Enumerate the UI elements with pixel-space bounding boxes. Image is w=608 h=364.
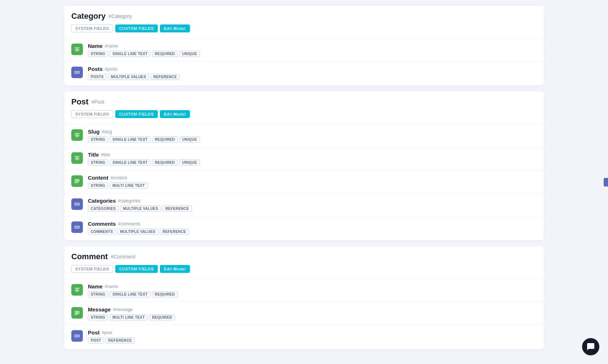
field-tag-1-3-1: MULTIPLE VALUES — [120, 206, 161, 212]
field-name-1-1: Title — [88, 152, 99, 158]
field-row-2-2: Post#postPOSTREFERENCE — [64, 325, 544, 348]
field-tag-2-1-1: MULTI LINE TEXT — [109, 314, 148, 320]
model-hash-0: #Category — [108, 13, 132, 19]
tab-custom-fields-2[interactable]: CUSTOM FIELDS — [115, 265, 158, 273]
tab-system-fields-2[interactable]: SYSTEM FIELDS — [71, 265, 113, 273]
field-tag-0-1-1: MULTIPLE VALUES — [108, 74, 149, 80]
field-name-1-2: Content — [88, 175, 108, 181]
field-tag-1-0-3: UNIQUE — [179, 136, 200, 143]
model-name-2: Comment — [71, 252, 108, 261]
field-row-2-1: Message#messageSTRINGMULTI LINE TEXTREQU… — [64, 302, 544, 325]
field-name-1-3: Categories — [88, 198, 116, 204]
field-tag-2-0-1: SINGLE LINE TEXT — [109, 291, 151, 297]
model-hash-1: #Post — [91, 99, 104, 105]
field-row-0-0: Name#nameSTRINGSINGLE LINE TEXTREQUIREDU… — [64, 38, 544, 61]
field-hash-2-2: #post — [102, 330, 112, 335]
field-hash-1-0: #slug — [102, 129, 112, 134]
field-tag-2-2-0: POST — [88, 337, 104, 343]
chat-bubble[interactable] — [582, 338, 599, 355]
field-tag-1-0-0: STRING — [88, 136, 108, 143]
field-tag-1-2-1: MULTI LINE TEXT — [109, 183, 148, 189]
tab-system-fields-0[interactable]: SYSTEM FIELDS — [71, 24, 113, 32]
field-tag-1-1-0: STRING — [88, 159, 108, 166]
field-icon-link — [71, 67, 83, 78]
field-name-0-0: Name — [88, 43, 103, 49]
field-icon-text — [71, 44, 83, 55]
model-card-post: Post#PostSYSTEM FIELDSCUSTOM FIELDSEdit … — [64, 91, 544, 241]
tab-edit-model-1[interactable]: Edit Model — [160, 110, 190, 118]
field-tag-2-2-1: REFERENCE — [106, 337, 135, 343]
tab-custom-fields-1[interactable]: CUSTOM FIELDS — [115, 110, 158, 118]
field-icon-multitext — [71, 175, 83, 187]
field-hash-1-3: #categories — [118, 198, 140, 203]
field-icon-link — [71, 221, 83, 233]
model-card-category: Category#CategorySYSTEM FIELDSCUSTOM FIE… — [64, 6, 544, 86]
field-name-0-1: Posts — [88, 66, 103, 72]
field-tag-1-0-1: SINGLE LINE TEXT — [109, 136, 151, 143]
field-icon-text — [71, 152, 83, 164]
model-hash-2: #Comment — [111, 254, 135, 260]
field-tag-0-0-3: UNIQUE — [179, 51, 200, 57]
field-tag-1-4-2: REFERENCE — [160, 229, 189, 235]
model-name-0: Category — [71, 12, 106, 21]
field-tag-1-2-0: STRING — [88, 183, 108, 189]
field-hash-1-1: #title — [101, 152, 110, 157]
tab-edit-model-0[interactable]: Edit Model — [160, 24, 190, 32]
field-hash-2-0: #name — [105, 284, 118, 289]
main-content: Category#CategorySYSTEM FIELDSCUSTOM FIE… — [55, 0, 553, 361]
tab-system-fields-1[interactable]: SYSTEM FIELDS — [71, 110, 113, 118]
field-tag-1-4-0: COMMENTS — [88, 229, 116, 235]
field-row-0-1: Posts#postsPOSTSMULTIPLE VALUESREFERENCE — [64, 61, 544, 84]
field-tag-0-0-1: SINGLE LINE TEXT — [109, 51, 151, 57]
field-tag-2-0-0: STRING — [88, 291, 108, 297]
field-name-2-2: Post — [88, 329, 100, 336]
field-tag-1-0-2: REQUIRED — [152, 136, 178, 143]
field-icon-text — [71, 129, 83, 141]
field-tag-1-3-0: CATEGORIES — [88, 206, 119, 212]
field-tag-1-3-2: REFERENCE — [162, 206, 192, 212]
field-tag-0-0-0: STRING — [88, 51, 108, 57]
field-name-1-4: Comments — [88, 221, 116, 227]
field-name-1-0: Slug — [88, 129, 100, 135]
field-icon-text — [71, 284, 83, 296]
field-hash-2-1: #message — [113, 307, 133, 312]
fields-side-tab[interactable] — [604, 178, 608, 187]
field-icon-link — [71, 330, 83, 342]
field-row-1-3: Categories#categoriesCATEGORIESMULTIPLE … — [64, 193, 544, 216]
field-row-2-0: Name#nameSTRINGSINGLE LINE TEXTREQUIRED — [64, 279, 544, 302]
model-name-1: Post — [71, 97, 89, 107]
field-tag-2-1-0: STRING — [88, 314, 108, 320]
field-name-2-0: Name — [88, 283, 103, 289]
field-tag-2-0-2: REQUIRED — [152, 291, 178, 297]
field-tag-1-4-1: MULTIPLE VALUES — [117, 229, 158, 235]
field-tag-1-1-1: SINGLE LINE TEXT — [109, 159, 151, 166]
field-icon-link — [71, 198, 83, 210]
tab-edit-model-2[interactable]: Edit Model — [160, 265, 190, 273]
field-tag-2-1-2: REQUIRED — [149, 314, 175, 320]
field-icon-multitext — [71, 307, 83, 319]
field-hash-0-0: #name — [105, 44, 118, 49]
field-row-1-0: Slug#slugSTRINGSINGLE LINE TEXTREQUIREDU… — [64, 124, 544, 147]
field-name-2-1: Message — [88, 306, 111, 313]
field-tag-1-1-3: UNIQUE — [179, 159, 200, 166]
field-tag-0-0-2: REQUIRED — [152, 51, 178, 57]
field-hash-1-4: #comments — [118, 221, 140, 226]
model-card-comment: Comment#CommentSYSTEM FIELDSCUSTOM FIELD… — [64, 246, 544, 349]
field-hash-0-1: #posts — [105, 67, 117, 72]
tab-custom-fields-0[interactable]: CUSTOM FIELDS — [115, 24, 158, 32]
field-row-1-4: Comments#commentsCOMMENTSMULTIPLE VALUES… — [64, 216, 544, 239]
field-tag-1-1-2: REQUIRED — [152, 159, 178, 166]
field-hash-1-2: #content — [111, 175, 127, 180]
field-row-1-2: Content#contentSTRINGMULTI LINE TEXT — [64, 170, 544, 193]
field-tag-0-1-0: POSTS — [88, 74, 107, 80]
field-tag-0-1-2: REFERENCE — [151, 74, 180, 80]
field-row-1-1: Title#titleSTRINGSINGLE LINE TEXTREQUIRE… — [64, 147, 544, 170]
